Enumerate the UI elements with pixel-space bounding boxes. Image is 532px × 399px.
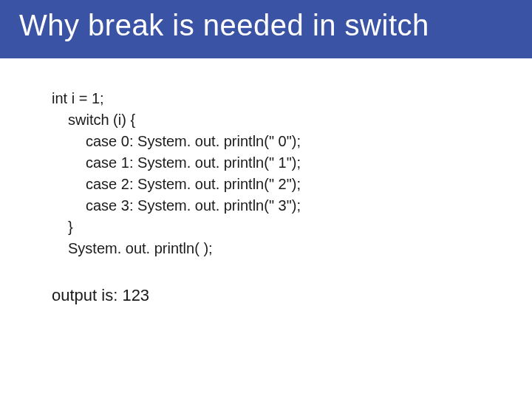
code-line: int i = 1; (52, 88, 488, 109)
slide-title-bar: Why break is needed in switch (0, 0, 532, 58)
code-line: } (52, 216, 488, 238)
slide-content: int i = 1; switch (i) { case 0: System. … (0, 58, 532, 305)
code-line: case 2: System. out. println(" 2"); (52, 174, 488, 195)
slide-title: Why break is needed in switch (19, 9, 429, 41)
code-block: int i = 1; switch (i) { case 0: System. … (52, 88, 488, 259)
output-text: output is: 123 (52, 286, 488, 305)
code-line: System. out. println( ); (52, 238, 488, 259)
code-line: case 0: System. out. println(" 0"); (52, 131, 488, 152)
code-line: switch (i) { (52, 109, 488, 131)
code-line: case 3: System. out. println(" 3"); (52, 195, 488, 216)
code-line: case 1: System. out. println(" 1"); (52, 152, 488, 174)
